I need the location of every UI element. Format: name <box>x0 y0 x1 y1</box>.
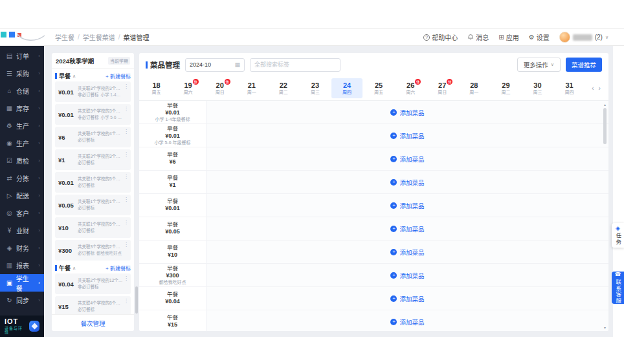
meal-standard-card[interactable]: ¥0.04 共关联2个学校的12个班级 非必订餐标 ⋮ <box>55 273 131 294</box>
calendar-day[interactable]: 25 周五 <box>364 78 394 98</box>
calendar-day[interactable]: 21 周一 <box>236 78 267 98</box>
sidebar-item-inventory[interactable]: ▦ 库存 › <box>0 100 44 117</box>
add-dish-button[interactable]: + 添加菜品 <box>390 271 424 280</box>
sidebar-item-production-1[interactable]: ⚙ 生产 › <box>0 117 44 134</box>
breadcrumb-item[interactable]: 学生餐 <box>55 32 74 42</box>
meal-times-manage-button[interactable]: 餐次管理 <box>52 314 134 331</box>
add-dish-button[interactable]: + 添加菜品 <box>390 201 424 210</box>
calendar-day[interactable]: 26休 周六 <box>396 78 426 98</box>
more-vertical-icon[interactable]: ⋮ <box>124 83 129 89</box>
help-center-button[interactable]: ? 帮助中心 <box>423 32 458 42</box>
add-dish-button[interactable]: + 添加菜品 <box>390 248 424 257</box>
more-vertical-icon[interactable]: ⋮ <box>124 275 129 281</box>
calendar-day[interactable]: 31 周四 <box>554 78 585 98</box>
holiday-badge: 休 <box>225 79 230 85</box>
sidebar-item-sync[interactable]: ↻ 同步 › <box>0 292 44 309</box>
more-actions-button[interactable]: 更多操作 ∨ <box>517 58 561 72</box>
add-dish-button[interactable]: + 添加菜品 <box>390 224 424 233</box>
sidebar-item-production-2[interactable]: ◉ 生产 › <box>0 134 44 152</box>
more-vertical-icon[interactable]: ⋮ <box>124 106 129 112</box>
meal-standard-card[interactable]: ¥0.01 共关联3个学校的3个班级 非必订餐标小学 1-4年级餐标 ⋮ <box>55 81 131 102</box>
meal-standard-desc: 共关联4个学校的8个班级 必订餐标 <box>78 300 124 313</box>
calendar-day[interactable]: 29 周二 <box>491 78 521 98</box>
add-dish-button[interactable]: + 添加菜品 <box>390 108 424 117</box>
meal-standard-card[interactable]: ¥300 共关联3个学校的2个班级 必订餐标都给我吃好点 ⋮ <box>55 240 131 261</box>
calendar-weekday: 周六 <box>406 90 415 95</box>
meal-standard-card[interactable]: ¥1 共关联3个学校的3个班级 必订餐标 ⋮ <box>55 149 131 170</box>
scrollbar-thumb[interactable] <box>603 108 607 144</box>
scroll-down-icon[interactable]: ▾ <box>604 325 606 330</box>
meal-standard-card[interactable]: ¥6 共关联4个学校的4个班级 必订餐标 ⋮ <box>55 127 131 147</box>
content-area: 2024秋季学期 当前学期 早餐 ∧ + 新建餐标 ¥0.01 共关联3个学校的… <box>44 46 613 337</box>
add-dish-button[interactable]: + 添加菜品 <box>390 178 424 187</box>
left-panel-scrollbar-thumb[interactable] <box>135 286 138 314</box>
collapse-icon[interactable]: ∧ <box>72 266 76 271</box>
sidebar-item-student-meals[interactable]: ▣ 学生餐 › <box>0 274 44 292</box>
customer-service-label: 联系客服 <box>615 279 621 304</box>
apps-button[interactable]: ⊞ 应用 <box>498 32 518 42</box>
calendar-day-number: 24 <box>343 81 351 89</box>
more-vertical-icon[interactable]: ⋮ <box>124 242 129 248</box>
sidebar-item-business-finance[interactable]: ¥ 业财 › <box>0 222 44 239</box>
user-name-redacted <box>573 34 592 41</box>
more-vertical-icon[interactable]: ⋮ <box>124 129 129 134</box>
meal-standard-card[interactable]: ¥15 共关联4个学校的8个班级 必订餐标 ⋮ <box>55 296 131 314</box>
meal-standard-card[interactable]: ¥0.01 共关联3个学校的3个班级 非必订餐标小学 5-6 年级餐标 ⋮ <box>55 104 131 125</box>
sidebar-item-quality[interactable]: ☑ 质检 › <box>0 152 44 169</box>
sidebar-item-warehouse[interactable]: ⌂ 仓储 › <box>0 82 44 100</box>
quality-icon: ☑ <box>6 158 13 164</box>
user-menu[interactable]: (2) ∨ <box>559 32 608 43</box>
recipe-recommend-button[interactable]: 菜谱推荐 <box>566 58 602 72</box>
settings-button[interactable]: ⚙ 设置 <box>529 32 550 42</box>
add-dish-button[interactable]: + 添加菜品 <box>390 131 424 140</box>
collapse-icon[interactable]: ∧ <box>72 74 76 79</box>
calendar-day[interactable]: 27休 周日 <box>427 78 458 98</box>
calendar-day[interactable]: 20休 周日 <box>205 78 235 98</box>
scroll-up-icon[interactable]: ▴ <box>604 102 606 107</box>
calendar-prev-icon[interactable]: ‹ <box>592 85 594 92</box>
add-dish-label: 添加菜品 <box>399 248 424 257</box>
semester-bar[interactable]: 2024秋季学期 当前学期 <box>52 53 134 69</box>
new-standard-button[interactable]: + 新建餐标 <box>106 72 131 80</box>
calendar-day[interactable]: 30 周三 <box>522 78 553 98</box>
messages-button[interactable]: 消息 <box>467 32 489 42</box>
calendar-next-icon[interactable]: › <box>599 85 601 92</box>
month-picker[interactable]: 2024-10 ▦ <box>185 58 245 72</box>
tasks-floating-button[interactable]: ◈ 任务 <box>612 223 624 248</box>
caret-down-icon: ∨ <box>605 35 608 40</box>
add-dish-button[interactable]: + 添加菜品 <box>390 155 424 164</box>
menu-row-cell: + 添加菜品 <box>206 147 608 170</box>
sidebar-item-purchase[interactable]: ☰ 采购 › <box>0 65 44 82</box>
sidebar-item-orders[interactable]: ▤ 订单 › <box>0 47 44 65</box>
holiday-badge: 休 <box>193 79 199 85</box>
calendar-day[interactable]: 24 周四 <box>331 78 362 98</box>
sidebar-item-reports[interactable]: ▥ 报表 › <box>0 257 44 274</box>
calendar-day[interactable]: 18 周五 <box>141 78 172 98</box>
new-standard-button[interactable]: + 新建餐标 <box>106 264 131 272</box>
calendar-day[interactable]: 28 周一 <box>459 78 489 98</box>
calendar-day[interactable]: 22 周二 <box>268 78 298 98</box>
customer-service-floating-button[interactable]: ☎ 联系客服 <box>612 272 624 304</box>
more-vertical-icon[interactable]: ⋮ <box>124 298 129 304</box>
calendar-day[interactable]: 23 周三 <box>300 78 330 98</box>
add-dish-button[interactable]: + 添加菜品 <box>390 317 424 327</box>
sidebar-item-sorting[interactable]: ⇄ 分拣 › <box>0 169 44 187</box>
menu-row-meal: 早餐 <box>167 198 178 205</box>
sidebar-item-customers[interactable]: ◎ 客户 › <box>0 204 44 222</box>
more-vertical-icon[interactable]: ⋮ <box>124 174 129 180</box>
more-vertical-icon[interactable]: ⋮ <box>124 197 129 202</box>
add-dish-button[interactable]: + 添加菜品 <box>390 294 424 303</box>
more-vertical-icon[interactable]: ⋮ <box>124 219 129 225</box>
more-vertical-icon[interactable]: ⋮ <box>124 151 129 157</box>
production-1-icon: ⚙ <box>6 123 13 129</box>
sidebar-item-delivery[interactable]: ▷ 配送 › <box>0 187 44 204</box>
vertical-scrollbar[interactable]: ▴ ▾ <box>602 101 608 331</box>
meal-standard-card[interactable]: ¥10 共关联1个学校的5个班级 必订餐标 ⋮ <box>55 217 131 238</box>
meal-standard-desc: 共关联1个学校的1个班级 必订餐标 <box>78 198 124 211</box>
breadcrumb-item[interactable]: 学生餐菜谱 <box>83 32 115 42</box>
meal-standard-card[interactable]: ¥0.05 共关联1个学校的1个班级 必订餐标 ⋮ <box>55 195 131 215</box>
search-input[interactable] <box>250 58 340 72</box>
sidebar-item-finance[interactable]: ◈ 财务 › <box>0 239 44 257</box>
meal-standard-card[interactable]: ¥0.01 共关联1个学校的5个班级 必订餐标 ⋮ <box>55 172 131 193</box>
calendar-day[interactable]: 19休 周六 <box>173 78 203 98</box>
